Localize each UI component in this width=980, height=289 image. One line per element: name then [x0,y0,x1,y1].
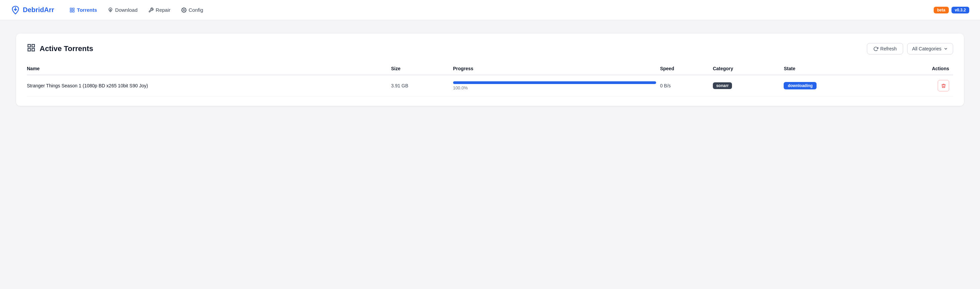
chevron-down-icon [943,46,948,51]
brand-logo[interactable]: DebridArr [11,5,54,15]
nav-download-label: Download [115,7,138,13]
repair-icon [148,7,154,13]
navbar: DebridArr Torrents Download Repair [0,0,980,20]
col-speed: Speed [660,62,713,75]
nav-torrents[interactable]: Torrents [65,4,102,16]
nav-badges: beta v0.3.2 [934,7,969,13]
nav-download[interactable]: Download [103,4,142,16]
category-dropdown[interactable]: All Categories [907,43,953,54]
trash-icon [941,83,946,88]
nav-torrents-label: Torrents [77,7,97,13]
svg-point-5 [183,10,185,11]
svg-rect-6 [28,44,30,47]
main-content: Active Torrents Refresh All Categories [0,20,980,119]
refresh-button[interactable]: Refresh [867,43,903,54]
download-icon [108,7,113,13]
col-size: Size [391,62,453,75]
svg-rect-1 [73,8,75,10]
progress-label: 100.0% [453,85,656,90]
table-header-row: Name Size Progress Speed Category State … [27,62,953,75]
col-progress: Progress [453,62,660,75]
brand-name: DebridArr [23,6,54,14]
table-icon [27,43,36,54]
cell-name: Stranger Things Season 1 (1080p BD x265 … [27,75,391,96]
card-title: Active Torrents [27,43,93,54]
version-badge: v0.3.2 [951,7,969,13]
col-state: State [784,62,891,75]
table-row: Stranger Things Season 1 (1080p BD x265 … [27,75,953,96]
active-torrents-card: Active Torrents Refresh All Categories [16,34,964,106]
svg-rect-7 [32,44,35,47]
beta-badge: beta [934,7,949,13]
col-name: Name [27,62,391,75]
cell-progress: 100.0% [453,75,660,96]
refresh-label: Refresh [880,46,897,51]
card-header-actions: Refresh All Categories [867,43,953,54]
grid-icon [70,7,75,13]
nav-links: Torrents Download Repair Config [65,4,934,16]
nav-config-label: Config [189,7,203,13]
svg-rect-3 [73,10,75,12]
state-badge: downloading [784,82,816,89]
cell-category: sonarr [713,75,784,96]
nav-repair-label: Repair [156,7,170,13]
svg-rect-9 [32,48,35,51]
category-label: All Categories [912,46,942,51]
torrents-table: Name Size Progress Speed Category State … [27,62,953,96]
cell-size: 3.91 GB [391,75,453,96]
cell-state: downloading [784,75,891,96]
nav-config[interactable]: Config [177,4,208,16]
svg-rect-2 [70,10,72,12]
card-header: Active Torrents Refresh All Categories [27,43,953,54]
svg-rect-8 [28,48,30,51]
category-badge: sonarr [713,82,732,89]
col-actions: Actions [891,62,953,75]
refresh-icon [873,46,878,51]
nav-repair[interactable]: Repair [144,4,175,16]
cell-speed: 0 B/s [660,75,713,96]
delete-button[interactable] [938,80,949,91]
config-icon [181,7,186,13]
brand-icon [11,5,20,15]
svg-rect-0 [70,8,72,10]
page-title: Active Torrents [40,44,93,53]
col-category: Category [713,62,784,75]
cell-actions [891,75,953,96]
